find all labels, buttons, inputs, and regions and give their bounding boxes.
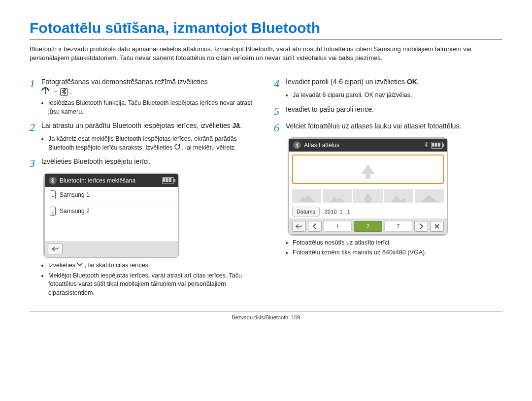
bluetooth-status-icon (49, 177, 57, 185)
screenshot-footer (45, 241, 178, 257)
step-6-text: Velciet fotoattēlus uz atlases lauku vai… (286, 122, 461, 130)
thumbnail[interactable] (415, 189, 444, 203)
thumbnail[interactable] (292, 189, 321, 203)
device-name: Samsung 2 (60, 208, 90, 215)
step-2-text-b: Jā (233, 122, 240, 129)
select-images-screenshot: Atlasīt attēlus (288, 137, 448, 236)
step-number: 5 (274, 105, 286, 117)
svg-rect-2 (366, 194, 370, 197)
step-5-text: Ievadiet to pašu paroli ierīcē. (286, 105, 374, 113)
step-2-sub-b: , lai meklētu vēlreiz. (182, 144, 236, 151)
step-4-sub: Ja ievadāt 6 ciparu paroli, OK nav jāizv… (293, 91, 502, 100)
step-3: 3 Izvēlieties Bluetooth iespējotu ierīci… (30, 157, 258, 169)
step-2-text-a: Lai atrastu un parādītu Bluetooth iespēj… (41, 122, 233, 129)
step-4: 4 Ievadiet paroli (4-6 cipari) un izvēli… (274, 77, 502, 89)
thumbnail[interactable] (323, 189, 352, 203)
page-footer: Bezvadu tīkls/Bluetooth 109 (30, 311, 502, 320)
device-row[interactable]: Samsung 1 (45, 187, 178, 203)
step-4-text-b: OK (407, 78, 417, 86)
step-number: 6 (274, 122, 286, 133)
prev-button[interactable] (308, 221, 322, 232)
step-3-sub-1: Izvēlieties , lai skatītu citas ierīces. (48, 261, 258, 270)
date-filter-button[interactable]: Datums (292, 207, 320, 216)
step-number: 2 (30, 121, 41, 133)
step-2: 2 Lai atrastu un parādītu Bluetooth iesp… (30, 121, 258, 133)
close-button[interactable] (430, 221, 444, 232)
step-1: 1 Fotografēšanas vai demonstrēšanas režī… (30, 77, 258, 97)
title-divider (30, 39, 502, 40)
bluetooth-status-icon (293, 141, 301, 149)
step-6-sub-1: Fotoattēlus nosūtīs uz atlasīto ierīci. (293, 239, 502, 247)
back-button[interactable] (48, 244, 63, 254)
left-column: 1 Fotografēšanas vai demonstrēšanas režī… (30, 72, 258, 299)
bluetooth-search-screenshot: Bluetooth: ierīces meklēšana Samsung 1 S… (43, 173, 179, 258)
page-indicator-active: 2 (354, 221, 382, 232)
step-4-sub-a: Ja ievadāt 6 ciparu paroli, (293, 92, 365, 98)
step-number: 1 (30, 77, 41, 89)
page-title: Fotoattēlu sūtīšana, izmantojot Bluetoot… (30, 20, 502, 36)
step-1-sub: Ieslēdzas Bluetooth funkcija. Taču Bluet… (48, 99, 258, 116)
page-indicator: 7 (384, 221, 412, 232)
device-row[interactable]: Samsung 2 (45, 203, 178, 219)
next-button[interactable] (414, 221, 428, 232)
thumbnail[interactable] (384, 189, 413, 203)
step-4-text-a: Ievadiet paroli (4-6 cipari) un izvēliet… (286, 78, 407, 86)
drop-target[interactable] (292, 154, 444, 184)
battery-icon (431, 142, 443, 149)
thumbnail[interactable] (353, 189, 382, 203)
step-6-sub-2: Fotoattēlu izmērs tiks mainīts uz 640x48… (293, 248, 502, 257)
device-list: Samsung 1 Samsung 2 (45, 187, 178, 241)
screenshot-title: Bluetooth: ierīces meklēšana (60, 177, 135, 184)
thumbnail-row (289, 187, 447, 205)
step-3-sub-2: Meklējot Bluetooth iespējotas ierīces, v… (48, 272, 258, 298)
page-indicator: 1 (324, 221, 352, 232)
chevron-down-icon (77, 261, 83, 270)
arrow-text: → (51, 88, 58, 95)
date-row: Datums 2010. 1 . 1 (289, 205, 447, 218)
intro-paragraph: Bluetooth ir bezvadu protokols datu apma… (30, 45, 502, 62)
screenshot-footer: 1 2 7 (289, 218, 447, 234)
right-column: 4 Ievadiet paroli (4-6 cipari) un izvēli… (274, 72, 502, 299)
bluetooth-icon (60, 88, 68, 96)
footer-section: Bezvadu tīkls/Bluetooth (232, 314, 288, 320)
step-5: 5 Ievadiet to pašu paroli ierīcē. (274, 105, 502, 117)
upload-arrow-icon (361, 164, 375, 174)
step-1-text: Fotografēšanas vai demonstrēšanas režīmā… (41, 78, 208, 86)
date-value: 2010. 1 . 1 (325, 209, 350, 215)
step-number: 4 (274, 77, 286, 89)
step-6: 6 Velciet fotoattēlus uz atlases lauku v… (274, 122, 502, 133)
back-button[interactable] (292, 221, 306, 232)
battery-icon (162, 177, 174, 184)
screenshot-header: Bluetooth: ierīces meklēšana (45, 174, 178, 187)
device-name: Samsung 1 (60, 191, 90, 198)
svg-point-0 (44, 88, 46, 90)
screenshot-title: Atlasīt attēlus (304, 142, 339, 149)
refresh-icon (174, 144, 180, 153)
step-4-sub-c: nav jāizvēlas. (375, 92, 412, 98)
footer-page-number: 109 (291, 314, 300, 320)
step-4-sub-b: OK (365, 92, 373, 98)
phone-icon (50, 207, 56, 216)
phone-icon (50, 190, 56, 199)
antenna-icon (41, 87, 49, 97)
screenshot-header: Atlasīt attēlus (289, 139, 447, 152)
step-3-text: Izvēlieties Bluetooth iespējotu ierīci. (41, 157, 151, 165)
bluetooth-small-icon (424, 142, 428, 148)
step-number: 3 (30, 157, 41, 169)
step-2-sub: Ja kādreiz esat meklējis Bluetooth iespē… (48, 135, 258, 152)
